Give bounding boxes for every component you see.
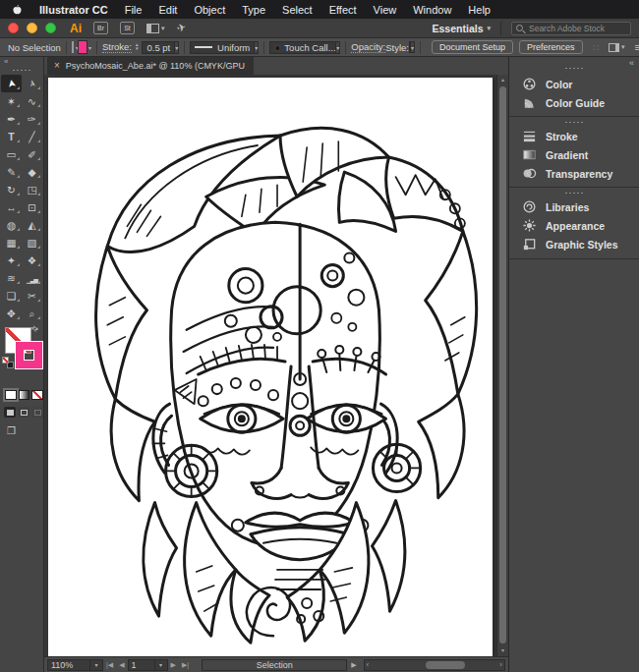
menu-item-object[interactable]: Object xyxy=(194,4,225,16)
curvature-tool[interactable]: ✑ xyxy=(22,110,42,128)
color-button[interactable] xyxy=(5,390,17,400)
scroll-up-icon[interactable]: ▴ xyxy=(497,75,508,85)
gradient-button[interactable] xyxy=(19,390,30,400)
menu-item-illustrator[interactable]: Illustrator CC xyxy=(39,4,108,16)
tools-collapse-button[interactable]: « xyxy=(0,57,43,67)
stroke-weight-stepper[interactable]: ▲ ▼ xyxy=(135,43,139,52)
stroke-color-swatch[interactable] xyxy=(79,41,87,53)
screen-mode-button[interactable]: ❐ xyxy=(7,425,43,436)
column-graph-tool[interactable]: ▁▃▅ xyxy=(22,269,42,287)
draw-inside-button[interactable] xyxy=(31,407,43,418)
stroke-weight-dropdown[interactable]: ▾ xyxy=(175,41,179,54)
share-icon[interactable]: ✈ xyxy=(175,21,187,35)
gradient-tool[interactable]: ▧ xyxy=(22,234,42,252)
panel-item-gradient[interactable]: Gradient xyxy=(509,145,639,164)
panel-item-stroke[interactable]: Stroke xyxy=(509,127,639,145)
artboard-tool[interactable]: ❏ xyxy=(1,287,22,305)
document-setup-button[interactable]: Document Setup xyxy=(432,40,513,54)
document-arrangement-button[interactable]: ▾ xyxy=(609,43,625,52)
rotate-tool[interactable]: ↻ xyxy=(1,181,22,198)
eraser-tool[interactable]: ◆ xyxy=(22,163,42,181)
next-artboard-button[interactable]: ▶ xyxy=(171,661,176,669)
zoom-level-dropdown[interactable]: ▾ xyxy=(90,659,103,671)
panel-item-transparency[interactable]: Transparency xyxy=(509,164,639,183)
paintbrush-tool[interactable]: ✐ xyxy=(22,145,42,163)
brush-definition-field[interactable]: ● Touch Call... xyxy=(269,41,336,54)
panel-drag-handle[interactable] xyxy=(564,67,584,70)
stroke-swatch-active[interactable] xyxy=(16,342,42,368)
first-artboard-button[interactable]: |◀ xyxy=(106,661,113,669)
artboard-page[interactable] xyxy=(48,78,493,656)
none-button[interactable] xyxy=(31,390,43,400)
workspace-switcher[interactable]: Essentials ▾ xyxy=(433,23,491,34)
eyedropper-tool[interactable]: ✦ xyxy=(1,252,22,269)
panel-item-color-guide[interactable]: Color Guide xyxy=(509,93,639,112)
menu-item-help[interactable]: Help xyxy=(468,4,491,16)
free-transform-tool[interactable]: ⊡ xyxy=(22,198,42,216)
panel-item-appearance[interactable]: Appearance xyxy=(509,216,639,235)
panel-collapse-button[interactable]: « xyxy=(629,58,634,68)
apple-icon[interactable] xyxy=(12,3,23,16)
stepper-down-icon[interactable]: ▼ xyxy=(135,47,139,52)
panel-drag-handle[interactable] xyxy=(564,192,584,195)
direct-selection-tool[interactable]: ➢ xyxy=(22,75,42,92)
chevron-down-icon[interactable]: ▾ xyxy=(88,44,91,51)
vertical-scrollbar-thumb[interactable] xyxy=(499,86,506,644)
symbol-sprayer-tool[interactable]: ≋ xyxy=(1,269,22,287)
rectangle-tool[interactable]: ▭ xyxy=(1,145,22,163)
window-close-button[interactable] xyxy=(8,23,19,33)
stock-search-field[interactable] xyxy=(511,22,631,35)
shape-builder-tool[interactable]: ◍ xyxy=(1,216,22,234)
artboard-number-field[interactable]: 1 xyxy=(128,659,155,671)
stroke-weight-field[interactable]: 0.5 pt xyxy=(142,41,175,54)
width-tool[interactable]: ↔ xyxy=(1,198,22,216)
close-tab-icon[interactable]: × xyxy=(54,61,60,71)
stock-button[interactable]: St xyxy=(120,22,135,34)
window-minimize-button[interactable] xyxy=(27,23,37,33)
panel-item-libraries[interactable]: Libraries xyxy=(509,197,639,216)
scroll-down-icon[interactable]: ▾ xyxy=(497,645,508,656)
type-tool[interactable]: T xyxy=(1,128,22,145)
fill-color-swatch[interactable] xyxy=(72,41,74,53)
pen-tool[interactable]: ✒ xyxy=(1,110,22,128)
menu-item-file[interactable]: File xyxy=(125,4,143,16)
panel-item-color[interactable]: Color xyxy=(509,75,639,93)
document-tab[interactable]: × PsychoMosaic_Abe.ai* @ 110% (CMYK/GPU … xyxy=(47,57,254,75)
panel-drag-handle[interactable] xyxy=(564,121,584,124)
panel-item-graphic-styles[interactable]: Graphic Styles xyxy=(509,235,639,253)
menu-item-view[interactable]: View xyxy=(374,4,397,16)
menu-item-edit[interactable]: Edit xyxy=(158,4,177,16)
mesh-tool[interactable]: ▦ xyxy=(1,234,22,252)
canvas-area[interactable] xyxy=(44,75,496,656)
hand-tool[interactable]: ✥ xyxy=(1,305,22,322)
window-zoom-button[interactable] xyxy=(45,23,56,33)
bridge-button[interactable]: Br xyxy=(93,22,108,34)
zoom-level-field[interactable]: 110% xyxy=(47,659,90,671)
graphic-style-dropdown[interactable]: ▾ xyxy=(411,41,415,53)
width-profile-field[interactable]: Uniform xyxy=(190,41,255,54)
width-profile-dropdown[interactable]: ▾ xyxy=(255,41,259,54)
brush-definition-dropdown[interactable]: ▾ xyxy=(336,41,340,54)
slice-tool[interactable]: ✂ xyxy=(22,287,42,305)
last-artboard-button[interactable]: ▶| xyxy=(182,661,189,669)
artboard-dropdown[interactable]: ▾ xyxy=(155,659,168,671)
search-input[interactable] xyxy=(527,23,626,34)
status-popup-icon[interactable]: ▶ xyxy=(351,661,356,669)
scroll-left-icon[interactable]: ‹ xyxy=(367,660,370,670)
opacity-link[interactable]: Opacity: xyxy=(351,41,385,53)
panel-menu-icon[interactable]: ≡ xyxy=(634,41,639,53)
scroll-right-icon[interactable]: › xyxy=(499,660,502,670)
zoom-tool[interactable]: ⌕ xyxy=(22,305,42,322)
stroke-panel-link[interactable]: Stroke: xyxy=(102,41,132,53)
tools-drag-handle[interactable] xyxy=(12,69,31,72)
lasso-tool[interactable]: ∿ xyxy=(22,92,42,110)
menu-item-effect[interactable]: Effect xyxy=(329,4,357,16)
magic-wand-tool[interactable]: ✶ xyxy=(1,92,22,110)
horizontal-scrollbar-thumb[interactable] xyxy=(426,661,465,669)
scale-tool[interactable]: ◳ xyxy=(22,181,42,198)
preferences-button[interactable]: Preferences xyxy=(519,40,583,54)
menu-item-type[interactable]: Type xyxy=(242,4,265,16)
pencil-tool[interactable]: ✎ xyxy=(1,163,22,181)
draw-normal-button[interactable] xyxy=(4,407,16,418)
previous-artboard-button[interactable]: ◀ xyxy=(119,661,124,669)
